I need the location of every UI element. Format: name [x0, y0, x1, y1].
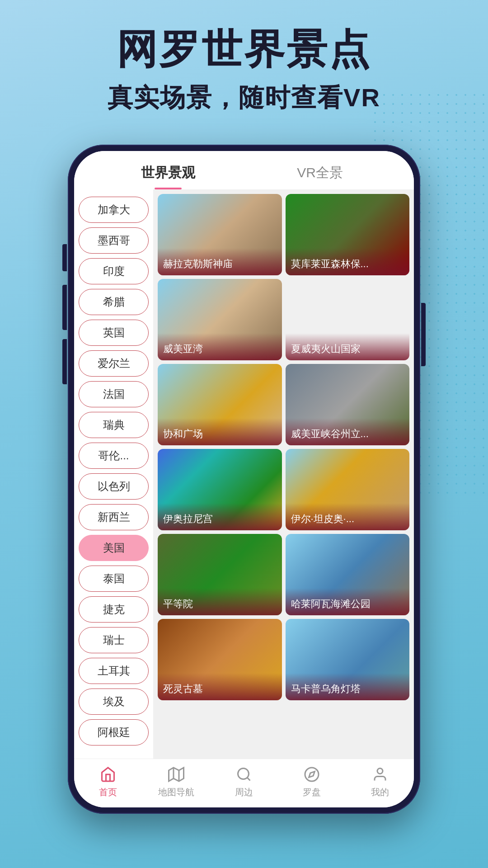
country-item[interactable]: 捷克 [79, 596, 149, 623]
attraction-label: 伊奥拉尼宫 [158, 503, 282, 530]
attraction-label: 夏威夷火山国家 [286, 333, 410, 360]
attraction-label: 协和广场 [158, 418, 282, 445]
nav-label: 周边 [235, 786, 253, 798]
phone-button-left1 [62, 244, 67, 271]
nav-item-map[interactable]: 地图导航 [142, 764, 210, 798]
svg-point-5 [305, 768, 319, 781]
main-title: 网罗世界景点 [0, 27, 488, 72]
nav-label: 地图导航 [158, 786, 194, 798]
country-item[interactable]: 新西兰 [79, 504, 149, 530]
nav-label: 罗盘 [303, 786, 321, 798]
country-item[interactable]: 埃及 [79, 689, 149, 715]
country-item[interactable]: 英国 [79, 320, 149, 346]
attraction-card[interactable]: 威美亚峡谷州立... [286, 364, 410, 445]
country-item[interactable]: 瑞士 [79, 627, 149, 653]
attraction-card[interactable]: 赫拉克勒斯神庙 [158, 194, 282, 275]
country-item[interactable]: 墨西哥 [79, 227, 149, 254]
phone-screen: 世界景观 VR全景 加拿大墨西哥印度希腊英国爱尔兰法国瑞典哥伦...以色列新西兰… [74, 151, 414, 807]
country-item[interactable]: 阿根廷 [79, 719, 149, 745]
country-item[interactable]: 希腊 [79, 289, 149, 315]
nav-label: 我的 [371, 786, 389, 798]
home-icon [98, 764, 118, 784]
attraction-label: 哈莱阿瓦海滩公园 [286, 588, 410, 615]
attraction-label: 平等院 [158, 588, 282, 615]
attraction-card[interactable]: 莫库莱亚森林保... [286, 194, 410, 275]
phone-mockup: 世界景观 VR全景 加拿大墨西哥印度希腊英国爱尔兰法国瑞典哥伦...以色列新西兰… [68, 145, 420, 814]
nav-label: 首页 [99, 786, 117, 798]
bottom-nav: 首页地图导航周边罗盘我的 [74, 759, 414, 807]
country-item[interactable]: 哥伦... [79, 443, 149, 469]
attraction-label: 伊尔·坦皮奥·... [286, 503, 410, 530]
country-item[interactable]: 爱尔兰 [79, 350, 149, 377]
phone-button-right [421, 303, 426, 366]
country-item[interactable]: 土耳其 [79, 658, 149, 684]
search-icon [234, 764, 254, 784]
country-item[interactable]: 法国 [79, 381, 149, 407]
attraction-label: 死灵古墓 [158, 673, 282, 700]
country-item[interactable]: 泰国 [79, 566, 149, 592]
attraction-card[interactable]: 马卡普乌角灯塔 [286, 619, 410, 700]
phone-frame: 世界景观 VR全景 加拿大墨西哥印度希腊英国爱尔兰法国瑞典哥伦...以色列新西兰… [68, 145, 420, 814]
attraction-label: 马卡普乌角灯塔 [286, 673, 410, 700]
attraction-card[interactable]: 伊奥拉尼宫 [158, 449, 282, 530]
tabs-row: 世界景观 VR全景 [74, 151, 414, 189]
attraction-card[interactable]: 协和广场 [158, 364, 282, 445]
svg-line-4 [247, 778, 250, 781]
phone-button-left2 [62, 285, 67, 330]
compass-icon [302, 764, 322, 784]
country-item[interactable]: 美国 [79, 535, 149, 561]
nav-item-home[interactable]: 首页 [74, 764, 142, 798]
attraction-card[interactable]: 哈莱阿瓦海滩公园 [286, 534, 410, 615]
attraction-card[interactable]: 死灵古墓 [158, 619, 282, 700]
nav-item-search[interactable]: 周边 [210, 764, 278, 798]
attraction-card[interactable]: 伊尔·坦皮奥·... [286, 449, 410, 530]
tab-world-scenery[interactable]: 世界景观 [92, 164, 244, 189]
attractions-grid: 赫拉克勒斯神庙莫库莱亚森林保...威美亚湾夏威夷火山国家协和广场威美亚峡谷州立.… [153, 189, 414, 759]
svg-point-7 [377, 769, 383, 774]
nav-item-compass[interactable]: 罗盘 [278, 764, 346, 798]
country-list: 加拿大墨西哥印度希腊英国爱尔兰法国瑞典哥伦...以色列新西兰美国泰国捷克瑞士土耳… [74, 189, 153, 759]
country-item[interactable]: 加拿大 [79, 197, 149, 223]
attraction-label: 威美亚峡谷州立... [286, 418, 410, 445]
nav-item-user[interactable]: 我的 [346, 764, 414, 798]
country-item[interactable]: 瑞典 [79, 412, 149, 438]
phone-button-left3 [62, 339, 67, 384]
svg-marker-0 [169, 768, 183, 781]
svg-marker-6 [309, 772, 315, 778]
country-item[interactable]: 以色列 [79, 473, 149, 500]
attraction-card[interactable]: 平等院 [158, 534, 282, 615]
map-icon [166, 764, 186, 784]
country-item[interactable]: 印度 [79, 258, 149, 284]
attraction-card[interactable]: 威美亚湾 [158, 279, 282, 360]
attraction-label: 莫库莱亚森林保... [286, 248, 410, 275]
svg-point-3 [238, 769, 249, 779]
attraction-label: 赫拉克勒斯神庙 [158, 248, 282, 275]
attraction-card[interactable]: 夏威夷火山国家 [286, 279, 410, 360]
attraction-label: 威美亚湾 [158, 333, 282, 360]
user-icon [370, 764, 390, 784]
tab-vr-panorama[interactable]: VR全景 [244, 164, 396, 189]
content-area: 加拿大墨西哥印度希腊英国爱尔兰法国瑞典哥伦...以色列新西兰美国泰国捷克瑞士土耳… [74, 189, 414, 759]
